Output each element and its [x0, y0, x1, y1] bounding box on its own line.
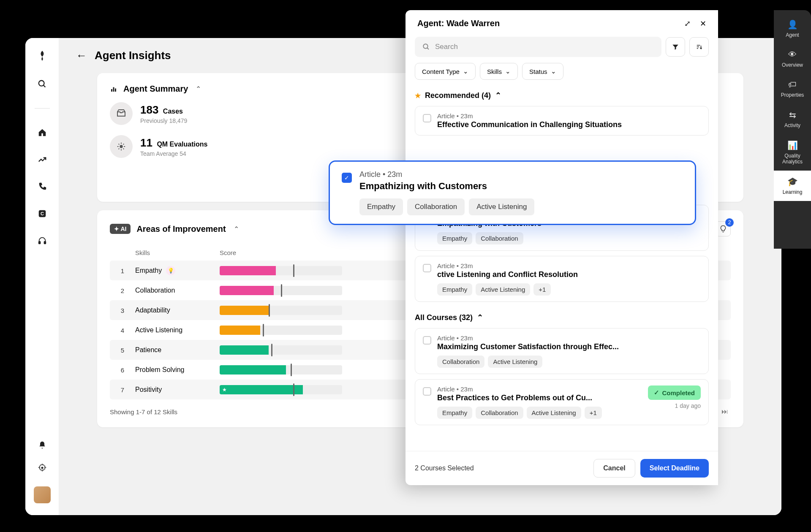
course-checkbox[interactable]: [423, 336, 431, 345]
filter-content-type[interactable]: Content Type ⌄: [415, 63, 476, 80]
course-title: Effective Communication in Challenging S…: [437, 120, 701, 129]
svg-point-0: [38, 81, 44, 86]
cancel-button[interactable]: Cancel: [593, 459, 635, 478]
tab-quality-analytics[interactable]: 📊Quality Analytics: [774, 134, 811, 171]
filter-skills[interactable]: Skills ⌄: [480, 63, 518, 80]
cases-label: Cases: [163, 108, 183, 115]
filter-pills: Content Type ⌄ Skills ⌄ Status ⌄: [406, 63, 718, 87]
qm-label: QM Evaluations: [157, 141, 207, 148]
all-courses-list: Article • 23m Maximizing Customer Satisf…: [406, 328, 718, 425]
tab-overview[interactable]: 👁Overview: [774, 44, 811, 74]
score-bar: [220, 286, 342, 295]
course-meta: Article • 23m: [359, 170, 534, 179]
back-arrow-icon[interactable]: ←: [76, 49, 87, 62]
tab-activity[interactable]: ⇆Activity: [774, 104, 811, 134]
score-bar: [220, 266, 342, 275]
skill-rank: 3: [110, 307, 135, 314]
score-bar: [220, 306, 342, 315]
skill-tag: Collaboration: [476, 407, 523, 419]
skill-name: Patience: [135, 346, 220, 354]
settings-icon[interactable]: [38, 464, 46, 472]
skill-tag: Collaboration: [407, 198, 465, 215]
chevron-down-icon: ⌄: [505, 68, 511, 75]
skill-tag: Empathy: [359, 198, 403, 215]
agent-panel: Agent: Wade Warren ⤢ ✕ Search Content Ty…: [406, 10, 718, 485]
svg-text:C: C: [41, 211, 44, 216]
course-checkbox[interactable]: [423, 114, 431, 122]
score-bar: ★: [220, 385, 342, 394]
course-title: ctive Listening and Conflict Resolution: [437, 270, 701, 279]
headset-icon[interactable]: [38, 236, 47, 245]
search-input[interactable]: Search: [415, 37, 661, 57]
showing-text: Showing 1-7 of 12 Skills: [110, 408, 177, 415]
course-title: Maximizing Customer Satisfaction through…: [437, 342, 701, 351]
score-bar: [220, 326, 342, 335]
metric-cases: 183 Cases Previously 18,479: [110, 102, 412, 125]
left-sidebar: C: [25, 38, 59, 515]
tab-learning[interactable]: 🎓Learning: [774, 171, 811, 201]
chevron-up-icon: ⌃: [196, 85, 201, 93]
chart-bar-icon: [110, 85, 117, 93]
completed-date: 1 day ago: [648, 402, 701, 409]
skill-name: Collaboration: [135, 287, 220, 294]
analytics-icon[interactable]: [38, 155, 47, 164]
search-icon[interactable]: [38, 79, 47, 89]
skill-name: Positivity: [135, 386, 220, 394]
phone-icon[interactable]: [38, 182, 47, 191]
select-deadline-button[interactable]: Select Deadline: [640, 459, 709, 478]
svg-point-6: [41, 467, 43, 469]
course-checkbox[interactable]: [423, 387, 431, 396]
recommended-header[interactable]: ★ Recommended (4) ⌃: [406, 87, 718, 106]
panel-title: Agent: Wade Warren: [417, 19, 500, 28]
search-row: Search: [406, 37, 718, 63]
svg-line-1: [43, 85, 45, 87]
page-last-icon[interactable]: ⏭: [719, 407, 731, 416]
tab-agent[interactable]: 👤Agent: [774, 14, 811, 44]
svg-rect-5: [44, 242, 46, 244]
home-icon[interactable]: [38, 128, 47, 137]
sort-button[interactable]: [689, 37, 709, 57]
skill-tag: +1: [585, 407, 602, 419]
skill-tag: Empathy: [437, 283, 472, 296]
sidebar-bottom: [34, 441, 51, 515]
qm-value: 11: [140, 136, 152, 149]
svg-point-13: [423, 44, 428, 49]
close-icon[interactable]: ✕: [700, 19, 706, 28]
skill-name: Problem Solving: [135, 366, 220, 374]
chevron-up-icon: ⌃: [477, 313, 483, 322]
skill-rank: 4: [110, 327, 135, 334]
skill-rank: 2: [110, 287, 135, 294]
ai-badge: ✦ AI: [110, 224, 131, 234]
svg-line-14: [427, 48, 429, 49]
course-item[interactable]: Article • 23m Effective Communication in…: [415, 106, 709, 136]
qm-sub: Team Average 54: [140, 150, 207, 157]
gear-badge-icon: [110, 135, 133, 158]
course-checkbox-checked[interactable]: ✓: [342, 173, 352, 183]
course-item[interactable]: Article • 23m Maximizing Customer Satisf…: [415, 328, 709, 374]
svg-rect-7: [111, 89, 112, 92]
skill-rank: 5: [110, 347, 135, 354]
highlighted-course[interactable]: ✓ Article • 23m Empathizing with Custome…: [329, 160, 696, 225]
filter-status[interactable]: Status ⌄: [522, 63, 563, 80]
user-avatar[interactable]: [34, 486, 51, 503]
skill-rank: 6: [110, 366, 135, 374]
filter-button[interactable]: [666, 37, 685, 57]
course-item[interactable]: Article • 23m Best Practices to Get Prob…: [415, 379, 709, 425]
case-icon[interactable]: C: [38, 209, 47, 218]
chevron-down-icon: ⌄: [551, 68, 556, 75]
skill-tag: Empathy: [437, 232, 472, 244]
svg-rect-9: [115, 88, 116, 92]
skill-tag: Collaboration: [437, 356, 484, 368]
course-item[interactable]: Article • 23m ctive Listening and Confli…: [415, 256, 709, 302]
expand-icon[interactable]: ⤢: [684, 19, 691, 28]
course-checkbox[interactable]: [423, 264, 431, 272]
course-meta: Article • 23m: [437, 262, 701, 269]
cases-sub: Previously 18,479: [140, 117, 187, 124]
all-courses-header[interactable]: All Courses (32) ⌃: [406, 309, 718, 328]
skill-tag: Active Listening: [469, 198, 534, 215]
skill-name: Adaptability: [135, 307, 220, 314]
tab-properties[interactable]: 🏷Properties: [774, 74, 811, 104]
course-meta: Article • 23m: [437, 334, 701, 342]
bell-icon[interactable]: [38, 441, 46, 449]
score-bar: [220, 345, 342, 355]
